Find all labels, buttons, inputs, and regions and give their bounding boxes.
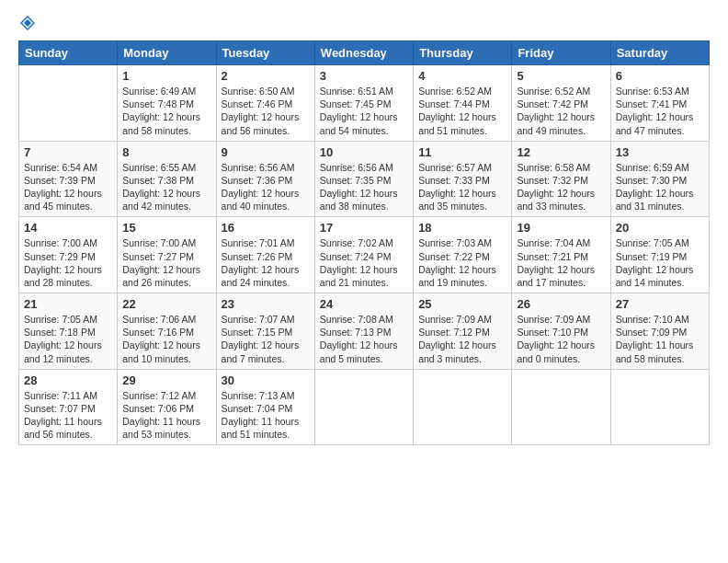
- calendar-cell: 11Sunrise: 6:57 AM Sunset: 7:33 PM Dayli…: [414, 141, 512, 217]
- calendar-cell: 27Sunrise: 7:10 AM Sunset: 7:09 PM Dayli…: [610, 293, 709, 370]
- day-number: 10: [320, 145, 408, 159]
- weekday-header: Thursday: [414, 41, 512, 65]
- header: [18, 15, 710, 31]
- day-number: 2: [222, 69, 310, 83]
- calendar-cell: [414, 369, 512, 445]
- calendar-cell: 17Sunrise: 7:02 AM Sunset: 7:24 PM Dayli…: [314, 217, 413, 293]
- day-number: 25: [418, 297, 506, 311]
- day-number: 19: [517, 221, 605, 235]
- day-number: 9: [222, 145, 310, 159]
- day-number: 6: [616, 69, 704, 83]
- weekday-header: Friday: [512, 41, 610, 65]
- calendar-week-row: 7Sunrise: 6:54 AM Sunset: 7:39 PM Daylig…: [19, 141, 710, 217]
- day-number: 23: [222, 297, 310, 311]
- day-number: 3: [320, 69, 408, 83]
- weekday-header: Tuesday: [216, 41, 314, 65]
- day-number: 1: [122, 69, 210, 83]
- weekday-header: Wednesday: [314, 41, 413, 65]
- calendar-cell: 30Sunrise: 7:13 AM Sunset: 7:04 PM Dayli…: [216, 369, 314, 445]
- day-number: 18: [418, 221, 506, 235]
- calendar-cell: 20Sunrise: 7:05 AM Sunset: 7:19 PM Dayli…: [610, 217, 709, 293]
- day-number: 11: [418, 145, 506, 159]
- calendar-cell: 29Sunrise: 7:12 AM Sunset: 7:06 PM Dayli…: [118, 369, 216, 445]
- calendar-cell: 1Sunrise: 6:49 AM Sunset: 7:48 PM Daylig…: [118, 65, 216, 142]
- day-info: Sunrise: 6:49 AM Sunset: 7:48 PM Dayligh…: [122, 85, 210, 137]
- logo-text: [18, 15, 37, 31]
- calendar-cell: 19Sunrise: 7:04 AM Sunset: 7:21 PM Dayli…: [512, 217, 610, 293]
- calendar-cell: 18Sunrise: 7:03 AM Sunset: 7:22 PM Dayli…: [414, 217, 512, 293]
- calendar-week-row: 1Sunrise: 6:49 AM Sunset: 7:48 PM Daylig…: [19, 65, 710, 142]
- day-number: 29: [122, 373, 210, 387]
- day-info: Sunrise: 7:07 AM Sunset: 7:15 PM Dayligh…: [222, 313, 310, 365]
- day-number: 15: [122, 221, 210, 235]
- weekday-header: Sunday: [19, 41, 118, 65]
- day-info: Sunrise: 7:04 AM Sunset: 7:21 PM Dayligh…: [517, 236, 605, 289]
- weekday-header: Monday: [118, 41, 216, 65]
- calendar-week-row: 14Sunrise: 7:00 AM Sunset: 7:29 PM Dayli…: [19, 217, 710, 293]
- day-number: 14: [24, 221, 112, 235]
- calendar-cell: 21Sunrise: 7:05 AM Sunset: 7:18 PM Dayli…: [19, 293, 118, 370]
- day-info: Sunrise: 6:59 AM Sunset: 7:30 PM Dayligh…: [616, 161, 704, 213]
- calendar-cell: 3Sunrise: 6:51 AM Sunset: 7:45 PM Daylig…: [314, 65, 413, 142]
- day-info: Sunrise: 7:09 AM Sunset: 7:12 PM Dayligh…: [418, 313, 506, 365]
- calendar-cell: 6Sunrise: 6:53 AM Sunset: 7:41 PM Daylig…: [610, 65, 709, 142]
- day-number: 27: [616, 297, 704, 311]
- calendar-week-row: 21Sunrise: 7:05 AM Sunset: 7:18 PM Dayli…: [19, 293, 710, 370]
- calendar-cell: 16Sunrise: 7:01 AM Sunset: 7:26 PM Dayli…: [216, 217, 314, 293]
- day-info: Sunrise: 7:10 AM Sunset: 7:09 PM Dayligh…: [616, 313, 704, 365]
- day-info: Sunrise: 7:09 AM Sunset: 7:10 PM Dayligh…: [517, 313, 605, 365]
- logo-flag-icon: [19, 15, 36, 31]
- day-number: 20: [616, 221, 704, 235]
- calendar-cell: 22Sunrise: 7:06 AM Sunset: 7:16 PM Dayli…: [118, 293, 216, 370]
- day-info: Sunrise: 7:11 AM Sunset: 7:07 PM Dayligh…: [24, 389, 112, 442]
- calendar-cell: 9Sunrise: 6:56 AM Sunset: 7:36 PM Daylig…: [216, 141, 314, 217]
- day-info: Sunrise: 6:58 AM Sunset: 7:32 PM Dayligh…: [517, 161, 605, 213]
- day-info: Sunrise: 6:50 AM Sunset: 7:46 PM Dayligh…: [222, 85, 310, 137]
- day-number: 16: [222, 221, 310, 235]
- day-number: 21: [24, 297, 112, 311]
- calendar-cell: 2Sunrise: 6:50 AM Sunset: 7:46 PM Daylig…: [216, 65, 314, 142]
- day-number: 8: [122, 145, 210, 159]
- calendar-cell: 4Sunrise: 6:52 AM Sunset: 7:44 PM Daylig…: [414, 65, 512, 142]
- day-info: Sunrise: 7:00 AM Sunset: 7:29 PM Dayligh…: [24, 236, 112, 289]
- day-info: Sunrise: 6:56 AM Sunset: 7:36 PM Dayligh…: [222, 161, 310, 213]
- day-info: Sunrise: 7:01 AM Sunset: 7:26 PM Dayligh…: [222, 236, 310, 289]
- calendar-cell: 13Sunrise: 6:59 AM Sunset: 7:30 PM Dayli…: [610, 141, 709, 217]
- calendar-cell: [610, 369, 709, 445]
- calendar-cell: 23Sunrise: 7:07 AM Sunset: 7:15 PM Dayli…: [216, 293, 314, 370]
- page: SundayMondayTuesdayWednesdayThursdayFrid…: [0, 0, 728, 563]
- calendar-cell: 12Sunrise: 6:58 AM Sunset: 7:32 PM Dayli…: [512, 141, 610, 217]
- logo: [18, 15, 37, 31]
- calendar-cell: [19, 65, 118, 142]
- calendar-cell: 7Sunrise: 6:54 AM Sunset: 7:39 PM Daylig…: [19, 141, 118, 217]
- day-number: 17: [320, 221, 408, 235]
- day-number: 5: [517, 69, 605, 83]
- day-info: Sunrise: 6:57 AM Sunset: 7:33 PM Dayligh…: [418, 161, 506, 213]
- calendar-cell: [314, 369, 413, 445]
- day-info: Sunrise: 6:55 AM Sunset: 7:38 PM Dayligh…: [122, 161, 210, 213]
- day-info: Sunrise: 7:13 AM Sunset: 7:04 PM Dayligh…: [222, 389, 310, 442]
- day-info: Sunrise: 7:12 AM Sunset: 7:06 PM Dayligh…: [122, 389, 210, 442]
- calendar-table: SundayMondayTuesdayWednesdayThursdayFrid…: [18, 40, 710, 445]
- calendar-cell: 15Sunrise: 7:00 AM Sunset: 7:27 PM Dayli…: [118, 217, 216, 293]
- day-info: Sunrise: 7:00 AM Sunset: 7:27 PM Dayligh…: [122, 236, 210, 289]
- day-info: Sunrise: 6:54 AM Sunset: 7:39 PM Dayligh…: [24, 161, 112, 213]
- calendar-cell: 14Sunrise: 7:00 AM Sunset: 7:29 PM Dayli…: [19, 217, 118, 293]
- day-info: Sunrise: 7:05 AM Sunset: 7:18 PM Dayligh…: [24, 313, 112, 365]
- day-info: Sunrise: 7:05 AM Sunset: 7:19 PM Dayligh…: [616, 236, 704, 289]
- day-number: 13: [616, 145, 704, 159]
- day-info: Sunrise: 6:51 AM Sunset: 7:45 PM Dayligh…: [320, 85, 408, 137]
- calendar-header-row: SundayMondayTuesdayWednesdayThursdayFrid…: [19, 41, 710, 65]
- calendar-cell: 5Sunrise: 6:52 AM Sunset: 7:42 PM Daylig…: [512, 65, 610, 142]
- day-info: Sunrise: 7:02 AM Sunset: 7:24 PM Dayligh…: [320, 236, 408, 289]
- day-info: Sunrise: 6:52 AM Sunset: 7:44 PM Dayligh…: [418, 85, 506, 137]
- calendar-week-row: 28Sunrise: 7:11 AM Sunset: 7:07 PM Dayli…: [19, 369, 710, 445]
- day-info: Sunrise: 6:53 AM Sunset: 7:41 PM Dayligh…: [616, 85, 704, 137]
- day-info: Sunrise: 7:03 AM Sunset: 7:22 PM Dayligh…: [418, 236, 506, 289]
- day-info: Sunrise: 7:06 AM Sunset: 7:16 PM Dayligh…: [122, 313, 210, 365]
- calendar-cell: 28Sunrise: 7:11 AM Sunset: 7:07 PM Dayli…: [19, 369, 118, 445]
- day-number: 4: [418, 69, 506, 83]
- day-number: 30: [222, 373, 310, 387]
- day-number: 28: [24, 373, 112, 387]
- calendar-cell: 26Sunrise: 7:09 AM Sunset: 7:10 PM Dayli…: [512, 293, 610, 370]
